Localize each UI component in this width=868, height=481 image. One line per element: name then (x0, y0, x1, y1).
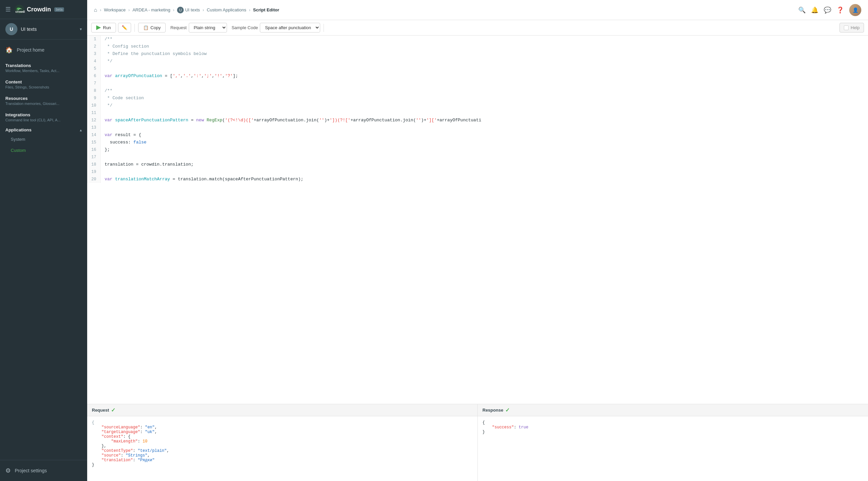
beta-badge: beta (54, 7, 64, 12)
chat-icon[interactable]: 💬 (824, 6, 831, 14)
sidebar-header: ☰ crowdin Crowdin beta (0, 0, 87, 19)
search-icon[interactable]: 🔍 (798, 6, 806, 14)
breadcrumb-sep-4: › (203, 7, 204, 12)
code-line-18: 18 translation = crowdin.translation; (87, 161, 868, 168)
sidebar-nav: 🏠 Project home Translations Workflow, Me… (0, 39, 87, 460)
code-line-16: 16 }; (87, 146, 868, 154)
run-label: Run (103, 25, 111, 30)
integrations-title: Integrations (5, 112, 82, 117)
applications-title: Applications (5, 127, 32, 132)
code-line-17: 17 (87, 154, 868, 161)
response-check-icon: ✓ (505, 407, 509, 413)
hamburger-icon[interactable]: ☰ (5, 6, 11, 13)
code-line-10: 10 */ (87, 102, 868, 109)
toolbar-separator-2 (323, 24, 324, 32)
run-icon (96, 26, 101, 30)
copy-label: Copy (151, 25, 161, 30)
code-line-2: 2 * Config section (87, 43, 868, 50)
settings-icon: ⚙ (5, 467, 11, 474)
toolbar-separator-1 (134, 24, 135, 32)
request-panel-body[interactable]: { "sourceLanguage": "en", "targetLanguag… (87, 416, 477, 481)
help-checkbox[interactable] (844, 26, 848, 30)
breadcrumb-home-icon[interactable]: ⌂ (94, 7, 97, 13)
copy-button[interactable]: 📋 Copy (138, 23, 166, 33)
code-line-15: 15 success: false (87, 139, 868, 146)
run-button[interactable]: Run (91, 23, 116, 33)
code-line-12: 12 var spaceAfterPunctuationPattern = ne… (87, 117, 868, 124)
code-line-6: 6 var arrayOfPunctuation = [',','.',':',… (87, 72, 868, 80)
home-icon: 🏠 (5, 46, 13, 54)
sidebar-item-project-settings[interactable]: ⚙ Project settings (0, 463, 87, 478)
breadcrumb-sep-5: › (249, 7, 250, 12)
edit-icon: ✏️ (122, 25, 127, 30)
editor-container: Run ✏️ 📋 Copy Request Plain string With … (87, 20, 868, 481)
logo-area: crowdin Crowdin beta (14, 4, 64, 15)
sidebar-item-project-home[interactable]: 🏠 Project home (0, 42, 87, 58)
topbar: ⌂ › Workspace › ARDEA - marketing › U UI… (87, 0, 868, 20)
breadcrumb-project[interactable]: ARDEA - marketing (132, 7, 170, 12)
help-label: Help (850, 25, 860, 30)
sidebar-section-content[interactable]: Content Files, Strings, Screenshots (0, 74, 87, 91)
breadcrumb-sep-3: › (173, 7, 174, 12)
sidebar: ☰ crowdin Crowdin beta U UI texts ▾ 🏠 Pr… (0, 0, 87, 481)
workspace-selector[interactable]: U UI texts ▾ (0, 19, 87, 39)
code-line-3: 3 * Define the punctuation symbols below (87, 50, 868, 58)
content-title: Content (5, 79, 82, 85)
bell-icon[interactable]: 🔔 (811, 6, 818, 14)
sidebar-item-system[interactable]: System (0, 134, 87, 145)
response-panel: Response ✓ { "success": true } (478, 404, 868, 481)
request-panel-label: Request (92, 408, 109, 413)
sidebar-item-custom[interactable]: Custom (0, 145, 87, 156)
code-line-14: 14 var result = { (87, 131, 868, 139)
sidebar-section-integrations[interactable]: Integrations Command line tool (CLI), AP… (0, 107, 87, 123)
sidebar-section-applications[interactable]: Applications ▴ (0, 123, 87, 134)
workspace-name: UI texts (21, 27, 76, 32)
logo-text: Crowdin (27, 6, 51, 13)
request-panel: Request ✓ { "sourceLanguage": "en", "tar… (87, 404, 478, 481)
breadcrumb-script-editor: Script Editor (253, 7, 279, 12)
resources-title: Resources (5, 96, 82, 101)
code-editor[interactable]: 1 /** 2 * Config section 3 * Define the … (87, 35, 868, 404)
sample-code-label: Sample Code (232, 25, 258, 30)
help-icon[interactable]: ❓ (836, 6, 844, 14)
edit-button[interactable]: ✏️ (118, 23, 131, 33)
svg-text:crowdin: crowdin (16, 10, 25, 13)
request-check-icon: ✓ (111, 407, 115, 413)
sidebar-section-translations[interactable]: Translations Workflow, Members, Tasks, A… (0, 58, 87, 74)
translations-title: Translations (5, 63, 82, 68)
breadcrumb-sep-1: › (100, 7, 101, 12)
response-panel-body[interactable]: { "success": true } (478, 416, 868, 481)
code-line-8: 8 /** (87, 87, 868, 95)
bottom-panels: Request ✓ { "sourceLanguage": "en", "tar… (87, 404, 868, 481)
sidebar-item-label: Project home (17, 47, 44, 53)
integrations-subtitle: Command line tool (CLI), API, A... (5, 118, 82, 122)
code-line-13: 13 (87, 124, 868, 131)
code-line-11: 11 (87, 109, 868, 117)
copy-icon: 📋 (143, 25, 149, 30)
response-panel-header: Response ✓ (478, 404, 868, 416)
code-line-9: 9 * Code section (87, 95, 868, 102)
help-button[interactable]: Help (839, 23, 864, 33)
crowdin-logo: crowdin (14, 4, 25, 15)
editor-toolbar: Run ✏️ 📋 Copy Request Plain string With … (87, 20, 868, 35)
ui-texts-avatar: U (177, 7, 184, 13)
request-label: Request (170, 25, 186, 30)
breadcrumb-custom-apps[interactable]: Custom Applications (207, 7, 246, 12)
breadcrumb-workspace[interactable]: Workspace (104, 7, 126, 12)
code-line-1: 1 /** (87, 35, 868, 43)
sidebar-section-resources[interactable]: Resources Translation memories, Glossari… (0, 91, 87, 107)
request-select[interactable]: Plain string With context With source (189, 23, 227, 33)
topbar-actions: 🔍 🔔 💬 ❓ 👤 (798, 4, 861, 16)
main-content: ⌂ › Workspace › ARDEA - marketing › U UI… (87, 0, 868, 481)
code-line-7: 7 (87, 80, 868, 87)
project-settings-label: Project settings (15, 468, 47, 473)
user-avatar[interactable]: 👤 (849, 4, 861, 16)
request-panel-header: Request ✓ (87, 404, 477, 416)
translations-subtitle: Workflow, Members, Tasks, Act... (5, 69, 82, 73)
breadcrumb-ui-texts[interactable]: UI texts (185, 7, 200, 12)
code-line-20: 20 var translationMatchArray = translati… (87, 175, 868, 183)
content-subtitle: Files, Strings, Screenshots (5, 85, 82, 89)
breadcrumb-sep-2: › (128, 7, 130, 12)
sample-code-select[interactable]: Space after punctuation Other sample (260, 23, 320, 33)
workspace-avatar: U (5, 23, 18, 35)
